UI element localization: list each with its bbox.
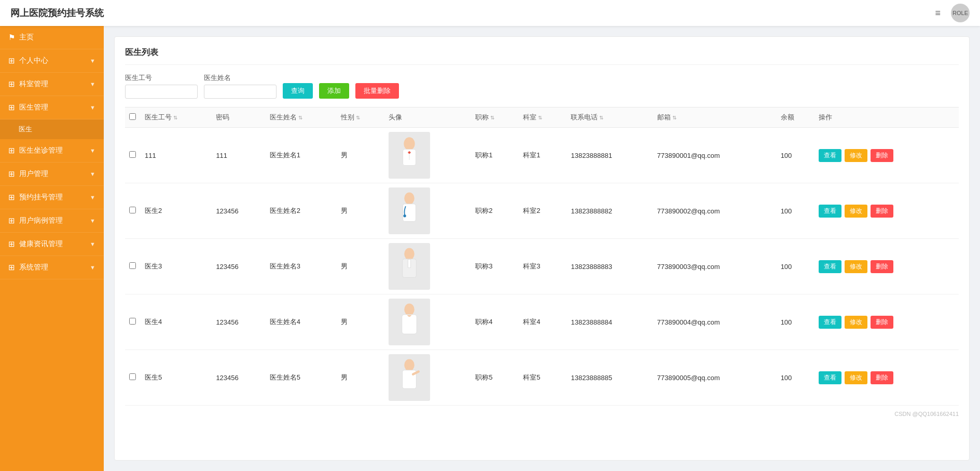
delete-button-3[interactable]: 删除 (871, 316, 893, 329)
row-password-1: 123456 (212, 183, 265, 239)
chevron-down-icon-2: ▼ (90, 81, 95, 87)
svg-rect-5 (409, 151, 410, 153)
edit-button-1[interactable]: 修改 (845, 205, 867, 218)
edit-button-3[interactable]: 修改 (845, 316, 867, 329)
sidebar-label-health: 健康资讯管理 (19, 239, 90, 249)
sort-icon-dept: ⇅ (538, 115, 542, 120)
doctor-img-1 (389, 187, 430, 234)
delete-button-4[interactable]: 删除 (871, 371, 893, 384)
app-title: 网上医院预约挂号系统 (10, 7, 935, 19)
th-balance: 余额 (777, 107, 815, 128)
view-button-2[interactable]: 查看 (819, 260, 841, 273)
th-checkbox (125, 107, 141, 128)
layout: ⚑ 主页 ⊞ 个人中心 ▼ ⊞ 科室管理 ▼ ⊞ 医生管理 ▼ 医生 ⊞ 医生坐… (0, 26, 980, 471)
view-button-0[interactable]: 查看 (819, 149, 841, 162)
row-checkbox-input-4[interactable] (129, 373, 136, 380)
sidebar-label-user: 用户管理 (19, 169, 90, 179)
action-group-2: 查看 修改 删除 (819, 260, 955, 273)
table-row: 医生3 123456 医生姓名3 男 职称3 科室3 13823888883 7… (125, 239, 959, 294)
chevron-down-icon: ▼ (90, 58, 95, 64)
search-button[interactable]: 查询 (283, 83, 313, 99)
svg-rect-15 (402, 315, 417, 334)
page-title: 医生列表 (125, 47, 959, 65)
sort-icon-id: ⇅ (173, 115, 177, 120)
home-icon: ⚑ (8, 33, 15, 42)
sidebar-item-appt[interactable]: ⊞ 预约挂号管理 ▼ (0, 186, 104, 209)
action-group-4: 查看 修改 删除 (819, 371, 955, 384)
row-avatar-0 (384, 128, 471, 183)
personal-icon: ⊞ (8, 56, 15, 65)
view-button-3[interactable]: 查看 (819, 316, 841, 329)
schedule-icon: ⊞ (8, 146, 15, 155)
sidebar-item-record[interactable]: ⊞ 用户病例管理 ▼ (0, 209, 104, 233)
row-name-1: 医生姓名2 (266, 183, 337, 239)
footer-watermark: CSDN @QQ1061662411 (125, 411, 959, 417)
edit-button-0[interactable]: 修改 (845, 149, 867, 162)
svg-point-12 (406, 251, 413, 257)
svg-point-16 (406, 307, 413, 313)
row-email-0: 773890001@qq.com (653, 128, 777, 183)
row-name-4: 医生姓名5 (266, 350, 337, 406)
batch-delete-button[interactable]: 批量删除 (355, 83, 399, 99)
sidebar-label-appt: 预约挂号管理 (19, 193, 90, 202)
search-id-label: 医生工号 (125, 73, 198, 83)
sidebar-item-user[interactable]: ⊞ 用户管理 ▼ (0, 163, 104, 186)
sidebar: ⚑ 主页 ⊞ 个人中心 ▼ ⊞ 科室管理 ▼ ⊞ 医生管理 ▼ 医生 ⊞ 医生坐… (0, 26, 104, 471)
chevron-down-icon-5: ▼ (90, 171, 95, 177)
delete-button-2[interactable]: 删除 (871, 260, 893, 273)
row-checkbox-input-0[interactable] (129, 151, 136, 158)
th-name: 医生姓名⇅ (266, 107, 337, 128)
sidebar-item-schedule[interactable]: ⊞ 医生坐诊管理 ▼ (0, 139, 104, 163)
row-checkbox-3 (125, 294, 141, 350)
menu-toggle-icon[interactable]: ≡ (935, 8, 941, 19)
chevron-down-icon-8: ▼ (90, 241, 95, 247)
delete-button-1[interactable]: 删除 (871, 205, 893, 218)
th-password: 密码 (212, 107, 265, 128)
row-email-2: 773890003@qq.com (653, 239, 777, 294)
row-title-2: 职称3 (471, 239, 519, 294)
row-gender-4: 男 (337, 350, 384, 406)
sidebar-label-system: 系统管理 (19, 263, 90, 272)
row-checkbox-1 (125, 183, 141, 239)
sidebar-label-doctor-mgmt: 医生管理 (19, 103, 90, 112)
view-button-1[interactable]: 查看 (819, 205, 841, 218)
action-group-1: 查看 修改 删除 (819, 205, 955, 218)
search-name-input[interactable] (204, 85, 277, 99)
row-phone-4: 13823888885 (567, 350, 653, 406)
row-gender-1: 男 (337, 183, 384, 239)
row-actions-4: 查看 修改 删除 (815, 350, 959, 406)
add-button[interactable]: 添加 (319, 83, 349, 99)
sidebar-item-doctor-mgmt[interactable]: ⊞ 医生管理 ▼ (0, 96, 104, 119)
chevron-down-icon-4: ▼ (90, 147, 95, 154)
row-balance-0: 100 (777, 128, 815, 183)
search-id-input[interactable] (125, 85, 198, 99)
sidebar-item-system[interactable]: ⊞ 系统管理 ▼ (0, 256, 104, 279)
sidebar-item-health[interactable]: ⊞ 健康资讯管理 ▼ (0, 233, 104, 256)
sidebar-item-personal[interactable]: ⊞ 个人中心 ▼ (0, 49, 104, 73)
view-button-4[interactable]: 查看 (819, 371, 841, 384)
main-content: 医生列表 医生工号 医生姓名 查询 添加 批量删除 (104, 26, 980, 471)
select-all-checkbox[interactable] (129, 113, 136, 120)
row-phone-0: 13823888881 (567, 128, 653, 183)
doctor-mgmt-icon: ⊞ (8, 103, 15, 112)
sidebar-item-home[interactable]: ⚑ 主页 (0, 26, 104, 49)
row-checkbox-input-1[interactable] (129, 207, 136, 213)
doctor-img-0 (389, 132, 430, 179)
row-checkbox-input-3[interactable] (129, 318, 136, 325)
delete-button-0[interactable]: 删除 (871, 149, 893, 162)
row-checkbox-input-2[interactable] (129, 262, 136, 269)
content-card: 医生列表 医生工号 医生姓名 查询 添加 批量删除 (114, 36, 970, 461)
row-gender-2: 男 (337, 239, 384, 294)
sidebar-item-doctor[interactable]: 医生 (0, 119, 104, 139)
avatar[interactable]: ROLE (951, 4, 970, 22)
row-avatar-2 (384, 239, 471, 294)
doctor-img-3 (389, 299, 430, 345)
row-phone-2: 13823888883 (567, 239, 653, 294)
svg-point-2 (405, 141, 413, 147)
sidebar-item-dept[interactable]: ⊞ 科室管理 ▼ (0, 73, 104, 96)
edit-button-4[interactable]: 修改 (845, 371, 867, 384)
row-actions-1: 查看 修改 删除 (815, 183, 959, 239)
th-title: 职称⇅ (471, 107, 519, 128)
edit-button-2[interactable]: 修改 (845, 260, 867, 273)
table-row: 医生2 123456 医生姓名2 男 职称2 科室2 13823888882 7… (125, 183, 959, 239)
